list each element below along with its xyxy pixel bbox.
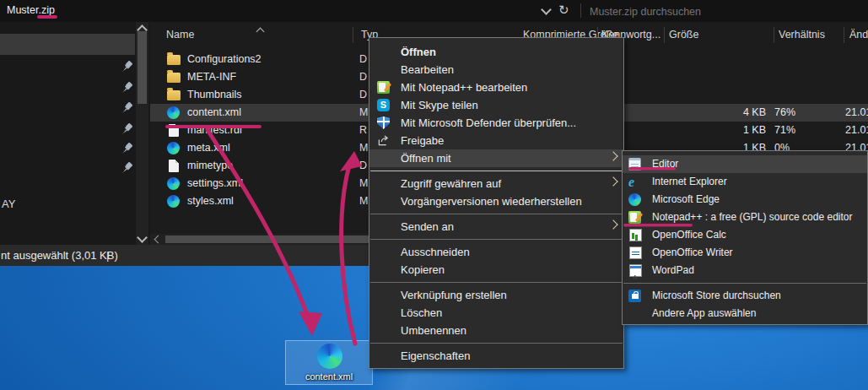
- openoffice-writer-icon: [629, 246, 642, 259]
- folder-icon: [167, 90, 181, 100]
- nav-scrollbar[interactable]: [136, 22, 148, 245]
- menu-item-senden-an[interactable]: Senden an: [369, 218, 623, 236]
- submenu-item-openoffice-writer[interactable]: OpenOffice Writer: [623, 244, 867, 262]
- column-header-changed[interactable]: Ände: [849, 29, 868, 41]
- microsoft-store-icon: [628, 290, 641, 302]
- share-icon: [377, 134, 390, 147]
- menu-item-zugriff-gewaehren[interactable]: Zugriff gewähren auf: [369, 175, 623, 192]
- menu-separator: [370, 171, 623, 171]
- pin-icon[interactable]: [121, 162, 133, 174]
- notepad-plus-plus-icon: [377, 81, 390, 94]
- nav-item-label-clipped[interactable]: AY: [2, 198, 15, 210]
- notepad-icon: [628, 158, 641, 171]
- folder-icon: [167, 55, 181, 65]
- submenu-item-editor[interactable]: Editor: [623, 155, 867, 173]
- submenu-arrow-icon: [608, 176, 617, 186]
- menu-item-umbenennen[interactable]: Umbenennen: [369, 322, 623, 339]
- column-header-ratio[interactable]: Verhältnis: [779, 29, 825, 41]
- edge-icon: [167, 195, 180, 208]
- menu-item-verknuepfung-erstellen[interactable]: Verknüpfung erstellen: [369, 286, 623, 304]
- menu-separator: [370, 343, 623, 344]
- desktop-icon-label: content.xml: [286, 371, 372, 382]
- openoffice-calc-icon: [629, 229, 642, 241]
- submenu-item-openoffice-calc[interactable]: OpenOffice Calc: [623, 226, 867, 244]
- menu-separator: [370, 282, 623, 283]
- submenu-item-andere-app[interactable]: Andere App auswählen: [623, 305, 867, 322]
- pin-icon[interactable]: [121, 143, 133, 154]
- column-header-name[interactable]: Name: [166, 29, 194, 41]
- menu-item-mit-defender-ueberpruefen[interactable]: Mit Microsoft Defender überprüfen...: [369, 114, 623, 132]
- pin-icon[interactable]: [121, 123, 133, 135]
- pin-icon[interactable]: [121, 82, 133, 94]
- submenu-item-wordpad[interactable]: WordPad: [623, 262, 867, 279]
- skype-icon: S: [377, 99, 390, 111]
- selection-status-text: nt ausgewählt (3,01 KB): [1, 245, 118, 266]
- menu-item-mit-skype-teilen[interactable]: S Mit Skype teilen: [369, 96, 623, 114]
- sort-ascending-icon: [256, 28, 265, 36]
- edge-icon: [167, 106, 180, 119]
- menu-separator: [370, 239, 623, 240]
- edge-icon: [167, 142, 180, 154]
- open-with-submenu: Editor e Internet Explorer Microsoft Edg…: [622, 150, 868, 325]
- submenu-arrow-icon: [608, 151, 617, 160]
- menu-item-freigabe[interactable]: Freigabe: [369, 132, 623, 149]
- search-divider: [580, 3, 581, 18]
- scroll-left-icon[interactable]: [154, 236, 163, 244]
- search-input[interactable]: [588, 2, 865, 21]
- menu-separator: [370, 214, 623, 214]
- menu-item-oeffnen-mit[interactable]: Öffnen mit: [369, 149, 623, 167]
- refresh-icon[interactable]: ↻: [558, 3, 569, 18]
- internet-explorer-icon: e: [628, 176, 641, 188]
- submenu-item-microsoft-store[interactable]: Microsoft Store durchsuchen: [623, 287, 867, 305]
- notepad-plus-plus-icon: [628, 211, 641, 224]
- navigation-pane: AY: [0, 22, 150, 245]
- edge-icon: [167, 177, 180, 190]
- folder-icon: [167, 73, 181, 83]
- nav-selected-item[interactable]: [0, 34, 135, 55]
- edge-icon: [317, 344, 342, 369]
- menu-item-oeffnen[interactable]: Öffnen: [369, 43, 623, 61]
- text-cursor: |: [106, 245, 109, 266]
- pin-icon[interactable]: [121, 102, 133, 114]
- menu-item-loeschen[interactable]: Löschen: [369, 304, 623, 322]
- file-icon: [169, 160, 179, 172]
- defender-shield-icon: [377, 116, 390, 129]
- menu-item-bearbeiten[interactable]: Bearbeiten: [369, 61, 623, 79]
- wordpad-icon: [629, 264, 642, 277]
- file-icon: [169, 124, 179, 137]
- horizontal-scrollbar-thumb[interactable]: [165, 236, 369, 243]
- pin-icon[interactable]: [121, 61, 133, 73]
- menu-item-eigenschaften[interactable]: Eigenschaften: [369, 347, 623, 365]
- explorer-top-bar: Muster.zip ↻: [0, 0, 868, 23]
- desktop-icon-content-xml[interactable]: content.xml: [285, 340, 373, 385]
- menu-item-mit-notepad-bearbeiten[interactable]: Mit Notepad++ bearbeiten: [369, 79, 623, 96]
- nav-scrollbar-thumb[interactable]: [137, 31, 147, 104]
- submenu-item-notepad-plus-plus[interactable]: Notepad++ : a free (GPL) source code edi…: [623, 209, 867, 226]
- address-bar-text[interactable]: Muster.zip: [7, 4, 55, 16]
- menu-item-ausschneiden[interactable]: Ausschneiden: [369, 243, 623, 261]
- menu-item-vorgaengerversionen[interactable]: Vorgängerversionen wiederherstellen: [369, 192, 623, 210]
- menu-separator: [623, 283, 866, 284]
- column-header-size[interactable]: Größe: [669, 29, 698, 41]
- address-dropdown-icon[interactable]: [541, 4, 552, 15]
- context-menu: Öffnen Bearbeiten Mit Notepad++ bearbeit…: [369, 37, 624, 369]
- submenu-arrow-icon: [608, 219, 617, 229]
- edge-icon: [628, 193, 641, 206]
- scroll-down-icon[interactable]: [137, 232, 148, 243]
- submenu-item-microsoft-edge[interactable]: Microsoft Edge: [623, 191, 867, 209]
- menu-item-kopieren[interactable]: Kopieren: [369, 261, 623, 279]
- submenu-item-internet-explorer[interactable]: e Internet Explorer: [623, 173, 867, 191]
